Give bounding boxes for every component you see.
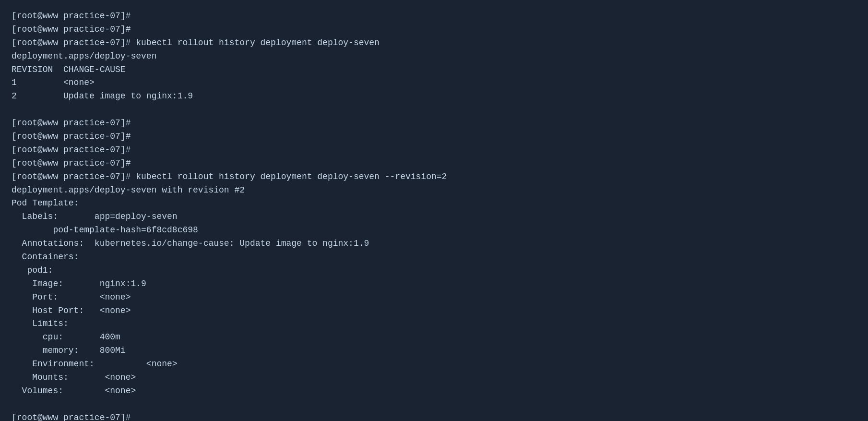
output-line: deployment.apps/deploy-seven with revisi… xyxy=(12,184,856,197)
output-line: Limits: xyxy=(12,317,856,331)
output-line: Port: <none> xyxy=(12,291,856,304)
output-line: Mounts: <none> xyxy=(12,371,856,385)
terminal-window[interactable]: [root@www practice-07]#[root@www practic… xyxy=(12,10,856,411)
prompt-line: [root@www practice-07]# xyxy=(12,10,856,23)
output-line: deployment.apps/deploy-seven xyxy=(12,50,856,63)
output-line: Annotations: kubernetes.io/change-cause:… xyxy=(12,237,856,251)
output-line: Image: nginx:1.9 xyxy=(12,277,856,291)
output-line: pod-template-hash=6f8cd8c698 xyxy=(12,224,856,237)
command-line: [root@www practice-07]# kubectl rollout … xyxy=(12,36,856,50)
output-line: pod1: xyxy=(12,264,856,277)
output-line: memory: 800Mi xyxy=(12,344,856,358)
prompt-line: [root@www practice-07]# xyxy=(12,23,856,36)
prompt-line: [root@www practice-07]# xyxy=(12,117,856,130)
empty-line xyxy=(12,103,856,117)
output-line: Host Port: <none> xyxy=(12,304,856,318)
output-line: Containers: xyxy=(12,251,856,264)
output-line: Environment: <none> xyxy=(12,358,856,371)
prompt-line: [root@www practice-07]# xyxy=(12,157,856,170)
output-line: 1 <none> xyxy=(12,76,856,90)
output-line: 2 Update image to nginx:1.9 xyxy=(12,90,856,103)
empty-line xyxy=(12,398,856,411)
output-line: REVISION CHANGE-CAUSE xyxy=(12,63,856,77)
prompt-line: [root@www practice-07]# xyxy=(12,130,856,144)
output-line: cpu: 400m xyxy=(12,331,856,344)
command-line: [root@www practice-07]# kubectl rollout … xyxy=(12,170,856,184)
output-line: Volumes: <none> xyxy=(12,385,856,398)
output-line: Pod Template: xyxy=(12,197,856,210)
output-line: Labels: app=deploy-seven xyxy=(12,210,856,224)
prompt-line: [root@www practice-07]# xyxy=(12,144,856,157)
prompt-line: [root@www practice-07]# xyxy=(12,411,856,421)
